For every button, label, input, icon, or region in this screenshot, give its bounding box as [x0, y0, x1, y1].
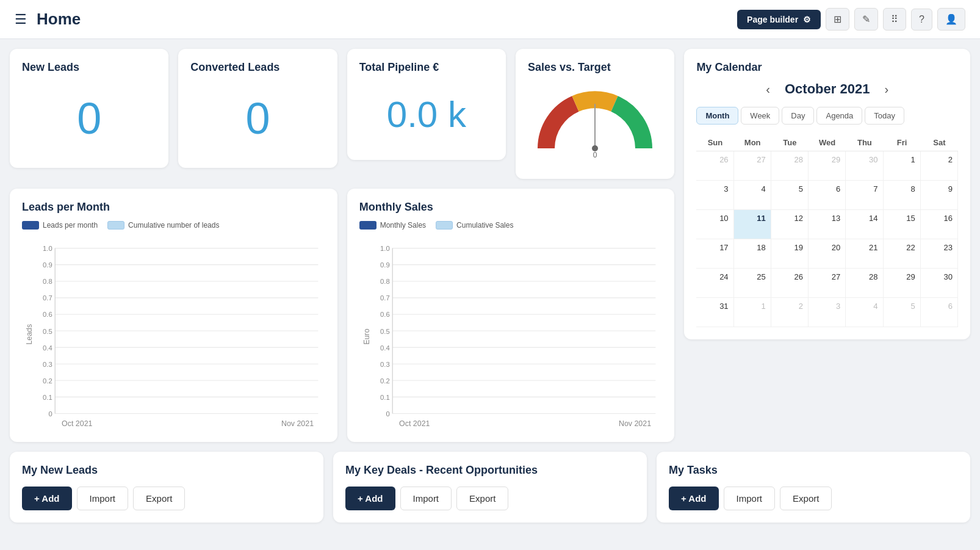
cal-cell[interactable]: 12	[771, 210, 809, 239]
my-tasks-add-button[interactable]: + Add	[669, 487, 719, 510]
edit-button[interactable]: ✎	[854, 8, 878, 31]
cal-cell[interactable]: 4	[846, 298, 883, 327]
legend-label-cumulative: Cumulative number of leads	[128, 221, 219, 230]
calendar-prev-button[interactable]: ‹	[766, 82, 770, 96]
svg-text:1.0: 1.0	[380, 245, 390, 252]
svg-text:0.8: 0.8	[43, 278, 52, 285]
header: ☰ Home Page builder ⚙ ⊞ ✎ ⠿ ? 👤	[0, 0, 980, 39]
cal-header-tue: Tue	[771, 134, 809, 151]
page-title: Home	[37, 10, 81, 29]
svg-text:0.4: 0.4	[43, 344, 52, 352]
cal-cell[interactable]: 10	[696, 210, 733, 239]
header-left: ☰ Home	[15, 10, 737, 29]
new-leads-title: New Leads	[22, 61, 156, 74]
cal-cell[interactable]: 20	[809, 239, 846, 269]
cal-cell[interactable]: 3	[809, 298, 846, 327]
cal-cell[interactable]: 27	[809, 269, 846, 298]
my-key-deals-import-button[interactable]: Import	[400, 487, 452, 510]
cal-header-sat: Sat	[921, 134, 958, 151]
cal-cell[interactable]: 24	[696, 269, 733, 298]
cal-cell[interactable]: 2	[921, 151, 958, 181]
legend-dot-leads	[22, 221, 39, 230]
legend-item-leads: Leads per month	[22, 221, 98, 230]
cal-header-mon: Mon	[734, 134, 771, 151]
my-tasks-export-button[interactable]: Export	[780, 487, 832, 510]
calendar-day-button[interactable]: Day	[782, 107, 814, 125]
grid-view-button[interactable]: ⊞	[826, 8, 849, 31]
monthly-sales-legend: Monthly Sales Cumulative Sales	[359, 221, 663, 230]
cal-cell[interactable]: 30	[846, 151, 883, 181]
svg-text:0.9: 0.9	[380, 261, 390, 269]
cal-cell[interactable]: 16	[921, 210, 958, 239]
cal-cell[interactable]: 22	[884, 239, 921, 269]
cal-cell-today[interactable]: 11	[734, 210, 771, 239]
cal-cell[interactable]: 13	[809, 210, 846, 239]
cal-cell[interactable]: 4	[734, 181, 771, 210]
my-tasks-actions: + Add Import Export	[669, 487, 958, 510]
cal-cell[interactable]: 6	[921, 298, 958, 327]
cal-cell[interactable]: 26	[771, 269, 809, 298]
cal-cell[interactable]: 9	[921, 181, 958, 210]
total-pipeline-title: Total Pipeline €	[359, 61, 494, 74]
calendar-nav-header: ‹ October 2021 ›	[696, 81, 958, 97]
my-new-leads-add-button[interactable]: + Add	[22, 487, 72, 510]
main-content: New Leads 0 Converted Leads 0 Total Pipe…	[0, 39, 980, 532]
hamburger-icon[interactable]: ☰	[15, 12, 27, 27]
calendar-week-button[interactable]: Week	[741, 107, 779, 125]
cal-cell[interactable]: 2	[771, 298, 809, 327]
svg-text:Euro: Euro	[362, 328, 370, 344]
cal-cell[interactable]: 30	[921, 269, 958, 298]
cal-cell[interactable]: 28	[846, 269, 883, 298]
cal-cell[interactable]: 6	[809, 181, 846, 210]
apps-button[interactable]: ⠿	[883, 8, 906, 31]
my-key-deals-add-button[interactable]: + Add	[345, 487, 395, 510]
cal-cell[interactable]: 1	[734, 298, 771, 327]
legend-dot-cumulative	[107, 221, 124, 230]
cal-cell[interactable]: 19	[771, 239, 809, 269]
calendar-today-button[interactable]: Today	[865, 107, 904, 125]
legend-label-cumulative-sales: Cumulative Sales	[456, 221, 513, 230]
cal-cell[interactable]: 29	[809, 151, 846, 181]
cal-cell[interactable]: 27	[734, 151, 771, 181]
calendar-next-button[interactable]: ›	[884, 82, 888, 96]
page-builder-button[interactable]: Page builder ⚙	[737, 10, 821, 29]
svg-text:0.3: 0.3	[380, 361, 390, 368]
cal-cell[interactable]: 18	[734, 239, 771, 269]
monthly-sales-chart-area: Euro 1.0 0.9 0.8 0.7 0.6 0.5 0.4	[359, 234, 663, 430]
help-button[interactable]: ?	[911, 9, 932, 31]
monthly-sales-chart-svg: Euro 1.0 0.9 0.8 0.7 0.6 0.5 0.4	[359, 234, 663, 427]
cal-cell[interactable]: 3	[696, 181, 733, 210]
cal-cell[interactable]: 23	[921, 239, 958, 269]
my-tasks-card: My Tasks + Add Import Export	[657, 452, 970, 523]
monthly-sales-title: Monthly Sales	[359, 201, 663, 214]
my-new-leads-export-button[interactable]: Export	[133, 487, 185, 510]
cal-header-fri: Fri	[884, 134, 921, 151]
calendar-title: My Calendar	[696, 61, 958, 74]
cal-cell[interactable]: 31	[696, 298, 733, 327]
calendar-agenda-button[interactable]: Agenda	[816, 107, 862, 125]
cal-cell[interactable]: 15	[884, 210, 921, 239]
my-tasks-import-button[interactable]: Import	[724, 487, 776, 510]
svg-text:Nov 2021: Nov 2021	[619, 419, 651, 427]
cal-cell[interactable]: 14	[846, 210, 883, 239]
svg-text:1.0: 1.0	[43, 245, 52, 252]
my-new-leads-import-button[interactable]: Import	[77, 487, 129, 510]
cal-cell[interactable]: 1	[884, 151, 921, 181]
cal-cell[interactable]: 17	[696, 239, 733, 269]
leads-per-month-card: Leads per Month Leads per month Cumulati…	[10, 189, 337, 442]
cal-cell[interactable]: 21	[846, 239, 883, 269]
cal-cell[interactable]: 5	[771, 181, 809, 210]
cal-cell[interactable]: 8	[884, 181, 921, 210]
cal-cell[interactable]: 7	[846, 181, 883, 210]
cal-cell[interactable]: 29	[884, 269, 921, 298]
my-key-deals-export-button[interactable]: Export	[456, 487, 508, 510]
user-button[interactable]: 👤	[937, 8, 965, 31]
svg-text:0: 0	[48, 410, 52, 418]
svg-text:0.1: 0.1	[43, 394, 52, 401]
cal-cell[interactable]: 25	[734, 269, 771, 298]
cal-cell[interactable]: 5	[884, 298, 921, 327]
calendar-month-button[interactable]: Month	[696, 107, 738, 125]
cal-cell[interactable]: 28	[771, 151, 809, 181]
cal-cell[interactable]: 26	[696, 151, 733, 181]
my-key-deals-actions: + Add Import Export	[345, 487, 635, 510]
